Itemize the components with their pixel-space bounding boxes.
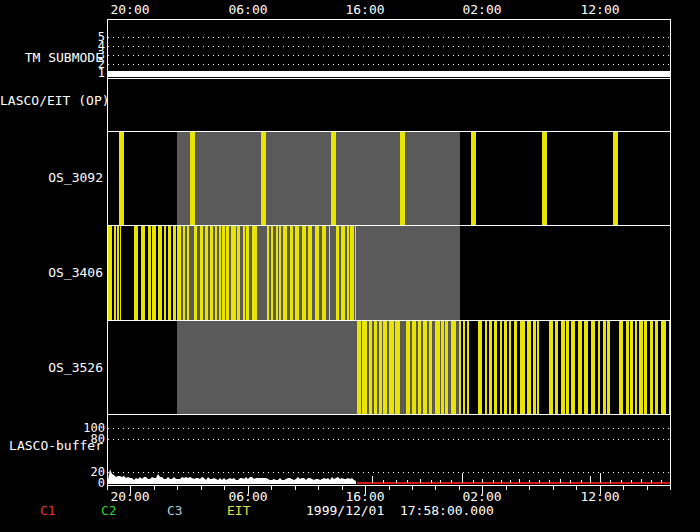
- exposure-stripe: [571, 321, 575, 414]
- buffer-spike: [560, 479, 561, 483]
- buffer-spike: [519, 479, 520, 483]
- buffer-spike: [600, 473, 601, 483]
- panel-tm-submode: [108, 20, 670, 78]
- event-bar: [331, 132, 336, 225]
- exposure-stripe: [555, 321, 558, 414]
- dotted-gridline: [108, 37, 670, 38]
- exposure-stripe: [445, 321, 448, 414]
- legend-item-c1: C1: [40, 503, 56, 518]
- bottom-axis-tick: [647, 486, 648, 490]
- exposure-stripe: [451, 321, 456, 414]
- exposure-stripe: [355, 226, 356, 320]
- exposure-stripe: [566, 321, 569, 414]
- exposure-stripe: [237, 226, 240, 320]
- exposure-stripe: [347, 226, 349, 320]
- exposure-stripe: [152, 226, 156, 320]
- exposure-stripe: [478, 321, 482, 414]
- exposure-stripe: [379, 321, 382, 414]
- exposure-stripe: [114, 226, 116, 320]
- legend-item-eit: EIT: [227, 503, 250, 518]
- bottom-axis-tick-label: 12:00: [565, 489, 635, 504]
- event-bar: [261, 132, 266, 225]
- dotted-gridline: [108, 46, 670, 47]
- exposure-stripe: [173, 226, 176, 320]
- event-bar: [542, 132, 547, 225]
- exposure-stripe: [591, 321, 595, 414]
- exposure-stripe: [644, 321, 647, 414]
- bottom-axis-tick-label: 02:00: [447, 489, 517, 504]
- exposure-stripe: [158, 226, 162, 320]
- exposure-stripe: [357, 321, 361, 414]
- buffer-usage-area: [108, 415, 670, 485]
- exposure-stripe: [578, 321, 582, 414]
- buffer-spike: [661, 480, 662, 483]
- exposure-stripe: [561, 321, 565, 414]
- exposure-stripe: [117, 226, 119, 320]
- exposure-stripe: [661, 321, 666, 414]
- exposure-stripe: [509, 321, 511, 414]
- exposure-stripe: [200, 226, 203, 320]
- exposure-stripe: [210, 226, 213, 320]
- dotted-gridline: [108, 55, 670, 56]
- exposure-stripe: [514, 321, 517, 414]
- exposure-stripe: [222, 226, 225, 320]
- exposure-stripe: [177, 226, 181, 320]
- buffer-spike: [482, 479, 483, 483]
- exposure-stripe: [549, 321, 553, 414]
- exposure-stripe: [494, 321, 497, 414]
- top-axis-tick: [670, 20, 671, 27]
- exposure-stripe: [362, 321, 367, 414]
- buffer-spike: [431, 480, 432, 483]
- exposure-stripe: [412, 321, 416, 414]
- exposure-stripe: [290, 226, 293, 320]
- top-axis-tick-label: 12:00: [565, 2, 635, 17]
- exposure-stripe: [350, 226, 354, 320]
- exposure-stripe: [584, 321, 588, 414]
- exposure-stripe: [650, 321, 653, 414]
- legend-item-c3: C3: [167, 503, 183, 518]
- panel-label-lasco-eit-op-: LASCO/EIT (OP): [0, 93, 103, 108]
- exposure-stripe: [295, 226, 299, 320]
- exposure-stripe: [164, 226, 166, 320]
- exposure-stripe: [467, 321, 469, 414]
- exposure-stripe: [459, 321, 461, 414]
- exposure-stripe: [423, 321, 427, 414]
- panel-label-os-3526: OS_3526: [0, 360, 103, 375]
- exposure-stripe: [520, 321, 525, 414]
- exposure-stripe: [533, 321, 536, 414]
- top-axis-tick-label: 20:00: [95, 2, 165, 17]
- exposure-stripe: [418, 321, 421, 414]
- exposure-stripe: [435, 321, 440, 414]
- buffer-spike: [610, 480, 611, 483]
- buffer-spike: [396, 480, 397, 483]
- exposure-stripe: [389, 321, 394, 414]
- exposure-stripe: [489, 321, 492, 414]
- exposure-stripe: [537, 321, 539, 414]
- bottom-axis-tick: [412, 486, 413, 490]
- bottom-axis-tick: [553, 486, 554, 490]
- bottom-axis-tick: [318, 486, 319, 490]
- bottom-axis-tick: [177, 486, 178, 490]
- buffer-spike: [570, 480, 571, 483]
- exposure-stripe: [134, 226, 138, 320]
- plot-canvas: 20:0020:0006:0006:0016:0016:0002:0002:00…: [0, 0, 700, 532]
- exposure-stripe: [252, 226, 257, 320]
- dotted-gridline: [108, 64, 670, 65]
- exposure-stripe: [226, 226, 229, 320]
- exposure-stripe: [120, 226, 121, 320]
- exposure-stripe: [308, 226, 312, 320]
- exposure-stripe: [215, 226, 217, 320]
- bottom-axis-tick: [201, 486, 202, 490]
- exposure-stripe: [322, 226, 326, 320]
- bottom-axis-tick-label: 20:00: [95, 489, 165, 504]
- exposure-stripe: [205, 226, 208, 320]
- submode-level-bar: [108, 71, 670, 77]
- exposure-stripe: [429, 321, 432, 414]
- exposure-stripe: [183, 226, 185, 320]
- exposure-stripe: [231, 226, 236, 320]
- bottom-axis-tick-label: 06:00: [213, 489, 283, 504]
- event-bar: [400, 132, 405, 225]
- telemetry-timeline-window: 20:0020:0006:0006:0016:0016:0002:0002:00…: [0, 0, 700, 532]
- panel-label-tm-submode: TM SUBMODE: [0, 50, 103, 65]
- buffer-spike: [631, 480, 632, 483]
